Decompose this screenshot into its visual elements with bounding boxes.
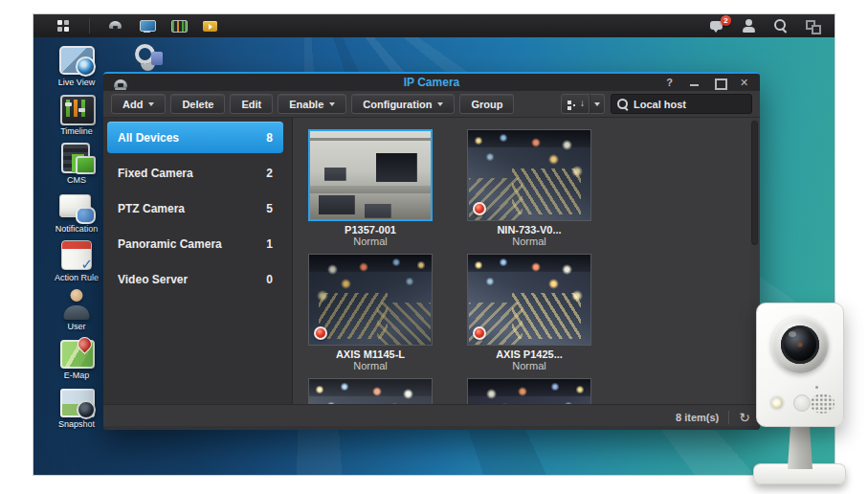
category-label: Panoramic Camera bbox=[118, 237, 222, 251]
minimize-button[interactable] bbox=[688, 77, 701, 88]
camera-stand bbox=[788, 423, 812, 469]
main-menu-icon[interactable] bbox=[55, 18, 72, 34]
pilot-view-icon[interactable] bbox=[804, 18, 821, 34]
camera-card-axis-m3027[interactable]: AXIS M3027... Deleted bbox=[467, 378, 591, 404]
timeline-icon bbox=[59, 94, 94, 124]
window-statusbar: 8 item(s) ↻ bbox=[103, 404, 760, 430]
view-mode-button[interactable] bbox=[561, 94, 590, 114]
server-search bbox=[611, 94, 752, 114]
toolbar-button-configuration[interactable]: Configuration bbox=[351, 94, 455, 114]
camera-feed-image bbox=[468, 255, 590, 345]
toolbar-button-edit[interactable]: Edit bbox=[230, 94, 273, 114]
shortcut-label: E-Map bbox=[41, 370, 112, 380]
search-magnifier-icon[interactable] bbox=[772, 18, 790, 34]
desktop-shortcuts: Live View Timeline CMS Notification Acti… bbox=[41, 45, 112, 429]
chevron-down-icon bbox=[148, 102, 154, 106]
live-view-monitor-icon[interactable] bbox=[139, 18, 156, 34]
snapshot-icon bbox=[59, 387, 94, 417]
camera-led bbox=[769, 395, 785, 411]
recordings-folder-icon[interactable] bbox=[202, 18, 219, 34]
cms-icon bbox=[59, 143, 94, 173]
toolbar-button-delete[interactable]: Delete bbox=[170, 94, 225, 114]
category-item-panoramic-camera[interactable]: Panoramic Camera 1 bbox=[103, 226, 292, 261]
camera-name: NIN-733-V0... bbox=[467, 224, 591, 236]
camera-thumbnail bbox=[308, 378, 433, 404]
camera-thumbnail bbox=[467, 129, 591, 221]
camera-feed-image bbox=[468, 379, 590, 404]
desktop-shortcut-action-rule[interactable]: Action Rule bbox=[41, 240, 112, 282]
camera-card-axis-q6035[interactable]: AXIS Q6035 Deleted bbox=[308, 378, 433, 404]
shortcut-label: Live View bbox=[41, 78, 112, 87]
category-item-ptz-camera[interactable]: PTZ Camera 5 bbox=[103, 191, 292, 226]
category-item-all-devices[interactable]: All Devices 8 bbox=[103, 120, 292, 155]
taskbar-app-icons bbox=[107, 18, 219, 34]
window-titlebar: IP Camera ? ✕ bbox=[103, 74, 760, 91]
toolbar-button-label: Add bbox=[122, 99, 143, 110]
window-title: IP Camera bbox=[103, 76, 760, 89]
camera-card-nin-733-v0[interactable]: NIN-733-V0... Normal bbox=[467, 129, 591, 250]
category-row: All Devices 8 bbox=[107, 122, 283, 153]
category-item-fixed-camera[interactable]: Fixed Camera 2 bbox=[103, 155, 292, 191]
category-count: 2 bbox=[266, 167, 273, 180]
toolbar-buttons: Add Delete Edit Enable Configura bbox=[111, 94, 514, 114]
search-icon bbox=[616, 98, 629, 110]
close-button[interactable]: ✕ bbox=[738, 77, 750, 88]
e-map-icon bbox=[59, 338, 94, 369]
view-mode-dropdown[interactable] bbox=[590, 94, 605, 114]
desktop-shortcut-user[interactable]: User bbox=[41, 289, 112, 331]
help-button[interactable]: ? bbox=[663, 77, 676, 88]
category-row: Video Server 0 bbox=[107, 263, 283, 295]
camera-feed-image bbox=[468, 130, 590, 220]
desktop: 2 Live View Timeline CMS Notification bbox=[33, 13, 835, 476]
recording-icon bbox=[473, 202, 486, 215]
camera-card-axis-m1145-l[interactable]: AXIS M1145-L Normal bbox=[308, 254, 433, 374]
shortcut-label: Timeline bbox=[41, 126, 112, 136]
category-label: All Devices bbox=[118, 131, 179, 145]
toolbar-right-group bbox=[561, 94, 752, 114]
toolbar-button-enable[interactable]: Enable bbox=[278, 94, 346, 114]
camera-card-p1357-001[interactable]: P1357-001 Normal bbox=[308, 129, 433, 250]
camera-feed-image bbox=[309, 255, 432, 345]
category-item-video-server[interactable]: Video Server 0 bbox=[103, 261, 292, 297]
camera-speaker-grille bbox=[811, 393, 835, 414]
desktop-shortcut-e-map[interactable]: E-Map bbox=[41, 338, 112, 380]
camera-pir-sensor bbox=[793, 394, 811, 412]
recording-icon bbox=[473, 326, 486, 340]
dome-camera-icon bbox=[113, 79, 128, 92]
statusbar-separator bbox=[728, 411, 729, 424]
camera-feed-image bbox=[310, 131, 431, 219]
category-count: 0 bbox=[266, 273, 273, 286]
desktop-shortcut-snapshot[interactable]: Snapshot bbox=[41, 387, 112, 429]
notification-badge: 2 bbox=[721, 15, 731, 26]
notifications-bubble-icon[interactable]: 2 bbox=[709, 18, 726, 34]
camera-body bbox=[756, 303, 844, 427]
camera-status: Normal bbox=[308, 236, 433, 247]
camera-list-area: P1357-001 Normal NIN-733-V0... Normal bbox=[293, 118, 760, 404]
search-input[interactable] bbox=[611, 94, 752, 114]
camera-card-axis-p1425[interactable]: AXIS P1425... Normal bbox=[467, 254, 591, 374]
camera-feed-image bbox=[309, 379, 432, 404]
timeline-grid-icon[interactable] bbox=[170, 18, 188, 34]
camera-status: Normal bbox=[308, 360, 433, 371]
desktop-shortcut-live-view[interactable]: Live View bbox=[41, 45, 112, 87]
action-rule-icon bbox=[59, 240, 94, 271]
toolbar-button-add[interactable]: Add bbox=[111, 94, 166, 114]
user-silhouette-icon[interactable] bbox=[741, 18, 758, 34]
desktop-shortcut-notification[interactable]: Notification bbox=[41, 191, 112, 234]
category-label: Video Server bbox=[118, 273, 188, 286]
refresh-icon[interactable]: ↻ bbox=[739, 411, 750, 424]
toolbar-button-group[interactable]: Group bbox=[459, 94, 514, 114]
category-panel: All Devices 8 Fixed Camera 2 PTZ Camera bbox=[103, 118, 293, 404]
camera-thumbnail bbox=[308, 129, 433, 221]
scrollbar-thumb[interactable] bbox=[751, 121, 758, 245]
toolbar-button-label: Configuration bbox=[363, 99, 432, 110]
taskbar-separator bbox=[89, 18, 90, 34]
desktop-shortcut-timeline[interactable]: Timeline bbox=[41, 94, 112, 136]
window-toolbar: Add Delete Edit Enable Configura bbox=[103, 91, 760, 118]
maximize-button[interactable] bbox=[713, 77, 725, 88]
desktop-shortcut-cms[interactable]: CMS bbox=[41, 143, 112, 185]
surveillance-dome-icon[interactable] bbox=[107, 18, 124, 34]
license-keys-icon[interactable] bbox=[133, 40, 167, 73]
category-count: 1 bbox=[266, 237, 273, 251]
shortcut-label: CMS bbox=[41, 175, 112, 185]
